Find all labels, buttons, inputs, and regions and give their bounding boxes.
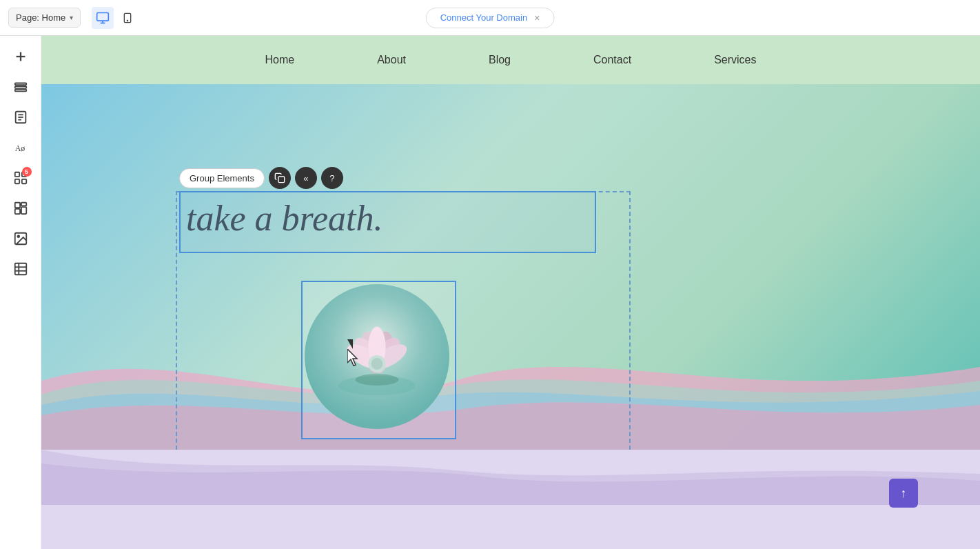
domain-tab-label: Connect Your Domain <box>440 12 527 23</box>
svg-text:Aø: Aø <box>14 143 25 153</box>
svg-rect-15 <box>14 172 19 177</box>
lotus-image[interactable] <box>305 284 449 429</box>
group-elements-button[interactable]: Group Elements <box>179 168 265 188</box>
svg-rect-0 <box>97 12 109 21</box>
media-icon[interactable] <box>8 226 33 251</box>
svg-rect-29 <box>278 177 285 183</box>
add-element-icon[interactable] <box>8 44 33 69</box>
nav-item-about[interactable]: About <box>336 36 447 84</box>
chevron-down-icon: ▾ <box>70 14 73 21</box>
page-label: Page: Home <box>16 12 65 23</box>
page-selector[interactable]: Page: Home ▾ <box>8 8 81 28</box>
pages-icon[interactable] <box>8 105 33 130</box>
hero-text[interactable]: take a breath. <box>186 198 382 239</box>
svg-point-39 <box>371 358 383 370</box>
bottom-section <box>41 450 980 549</box>
nav-item-blog[interactable]: Blog <box>447 36 552 84</box>
svg-rect-19 <box>14 203 19 208</box>
lotus-svg <box>329 308 425 405</box>
nav-item-contact[interactable]: Contact <box>552 36 673 84</box>
svg-rect-9 <box>14 90 26 92</box>
svg-rect-7 <box>14 83 26 86</box>
left-sidebar: Aø 5 <box>0 36 41 549</box>
canvas-area: Home About Blog Contact Services <box>41 36 980 549</box>
apps-badge: 5 <box>22 167 32 177</box>
site-nav: Home About Blog Contact Services <box>41 36 980 84</box>
desktop-device-button[interactable] <box>92 7 114 29</box>
svg-point-24 <box>17 235 19 237</box>
bottom-wave <box>41 450 980 505</box>
scroll-to-top-button[interactable]: ↑ <box>889 479 918 508</box>
domain-tab: Connect Your Domain × <box>426 8 555 28</box>
svg-rect-22 <box>21 207 25 214</box>
help-button[interactable]: ? <box>321 167 343 189</box>
device-toggle <box>92 7 139 29</box>
domain-tab-close[interactable]: × <box>534 12 540 23</box>
hero-section: Group Elements « ? take a breath <box>41 84 980 450</box>
copy-button[interactable] <box>269 167 291 189</box>
website-preview: Home About Blog Contact Services <box>41 36 980 549</box>
svg-point-40 <box>356 374 399 386</box>
mobile-device-button[interactable] <box>116 7 139 29</box>
main-layout: Aø 5 Home About <box>0 36 980 549</box>
nav-item-home[interactable]: Home <box>223 36 336 84</box>
widgets-icon[interactable] <box>8 196 33 221</box>
svg-rect-18 <box>21 179 25 183</box>
layers-icon[interactable] <box>8 74 33 99</box>
nav-item-services[interactable]: Services <box>673 36 797 84</box>
themes-icon[interactable]: Aø <box>8 135 33 160</box>
top-bar: Page: Home ▾ Connect Your Domain × <box>0 0 980 36</box>
group-toolbar: Group Elements « ? <box>179 167 343 189</box>
svg-rect-17 <box>14 179 19 183</box>
svg-rect-20 <box>21 203 25 206</box>
table-icon[interactable] <box>8 257 33 281</box>
back-button[interactable]: « <box>295 167 317 189</box>
svg-point-4 <box>127 20 128 21</box>
apps-icon[interactable]: 5 <box>8 166 33 190</box>
svg-rect-8 <box>14 86 26 88</box>
svg-rect-25 <box>14 263 26 275</box>
svg-rect-21 <box>14 209 19 214</box>
